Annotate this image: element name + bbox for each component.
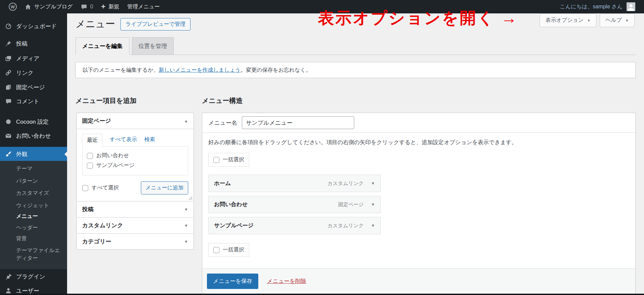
sidebar-item-media[interactable]: メディア: [0, 51, 67, 66]
bulk-select-checkbox[interactable]: [213, 247, 219, 253]
sidebar-item-label: ダッシュボード: [16, 22, 57, 30]
wordpress-logo-icon: W: [9, 3, 17, 11]
menu-name-row: メニュー名: [202, 113, 635, 133]
sidebar-item-label: お問い合わせ: [16, 132, 51, 140]
wp-logo-link[interactable]: W: [5, 0, 21, 13]
menu-structure-body: 好みの順番に各項目をドラッグしてください。項目の右側の矢印をクリックすると、追加…: [202, 133, 635, 263]
page-checklist-item: サンプルページ: [83, 161, 188, 170]
sidebar-item-label: プラグイン: [16, 273, 45, 281]
tab-view-all[interactable]: すべて表示: [110, 136, 137, 143]
menu-item-sample-page[interactable]: サンプルページ カスタムリンク ▼: [208, 217, 381, 234]
submenu-item-background[interactable]: 背景: [0, 235, 67, 242]
select-all-checkbox[interactable]: [82, 185, 88, 191]
tab-manage-locations[interactable]: 位置を管理: [132, 37, 174, 55]
submenu-item-patterns[interactable]: パターン: [0, 177, 67, 185]
wp-logo-letter: W: [11, 4, 15, 9]
sidebar-item-comments[interactable]: コメント: [0, 94, 67, 109]
sidebar-item-links[interactable]: リンク: [0, 65, 67, 80]
tab-edit-menus[interactable]: メニューを編集: [75, 37, 129, 55]
submenu-label: テーマファイルエディター: [16, 247, 60, 261]
submenu-item-theme-file-editor[interactable]: テーマファイルエディター: [0, 246, 67, 262]
page-checkbox[interactable]: [87, 153, 93, 159]
submenu-item-header[interactable]: ヘッダー: [0, 224, 67, 231]
chevron-down-icon: ▼: [625, 18, 629, 22]
sidebar-item-label: コメント: [16, 98, 40, 105]
expand-item-arrow[interactable]: ▼: [371, 223, 375, 228]
screen-options-button[interactable]: 表示オプション ▼: [540, 13, 596, 27]
menu-name-input[interactable]: [242, 116, 354, 129]
menu-item-title: ホーム: [214, 180, 231, 187]
menu-item-type: カスタムリンク: [328, 180, 364, 187]
chevron-down-icon: ▼: [184, 239, 188, 244]
page-checkbox[interactable]: [87, 163, 93, 169]
chevron-down-icon: ▼: [184, 223, 188, 228]
comment-count: 0: [90, 4, 93, 10]
tab-search[interactable]: 検索: [144, 136, 155, 143]
plugin-icon: [5, 273, 12, 280]
submenu-label: 背景: [16, 236, 27, 241]
annotation-open-screen-options: 表示オプションを開く →: [318, 7, 518, 29]
submenu-item-themes[interactable]: テーマ: [0, 165, 67, 172]
sidebar-item-plugins[interactable]: プラグイン: [0, 269, 67, 284]
menu-item-home[interactable]: ホーム カスタムリンク ▼: [208, 175, 381, 192]
bulk-select-control: 一括選択: [208, 153, 249, 167]
select-all-label: すべて選択: [92, 184, 119, 191]
accordion-title: カテゴリー: [82, 238, 111, 245]
bulk-select-label: 一括選択: [223, 156, 244, 163]
tab-most-recent[interactable]: 最近: [82, 134, 102, 147]
site-name-label: サンプルブログ: [34, 3, 73, 10]
menu-items-list: ホーム カスタムリンク ▼ お問い合わせ 固定ページ ▼: [208, 175, 381, 234]
resize-handle[interactable]: [188, 195, 193, 200]
manage-menus-notice: 以下のメニューを編集するか、新しいメニューを作成しましょう。変更の保存をお忘れな…: [75, 62, 636, 78]
expand-item-arrow[interactable]: ▼: [371, 202, 375, 207]
admin-menu-label: 管理メニュー: [127, 3, 160, 10]
add-to-menu-button[interactable]: メニューに追加: [141, 181, 189, 194]
pages-filter-tabs: 最近 すべて表示 検索: [82, 134, 188, 146]
submenu-item-widgets[interactable]: ウィジェット: [0, 201, 67, 209]
sidebar-item-contact[interactable]: お問い合わせ: [0, 128, 67, 143]
help-button[interactable]: ヘルプ ▼: [600, 13, 635, 27]
accordion-section-pages[interactable]: 固定ページ ▲: [77, 113, 194, 129]
sidebar-item-dashboard[interactable]: ダッシュボード: [0, 19, 67, 34]
expand-item-arrow[interactable]: ▼: [371, 181, 375, 186]
sidebar-item-cocoon-settings[interactable]: Cocoon 設定: [0, 114, 67, 129]
accordion-section-categories[interactable]: カテゴリー ▼: [77, 233, 194, 249]
sidebar-item-pages[interactable]: 固定ページ: [0, 80, 67, 95]
submenu-item-customize[interactable]: カスタマイズ: [0, 189, 67, 197]
account-link[interactable]: こんにちは、sample さん: [556, 0, 639, 13]
pages-icon: [5, 84, 12, 91]
pages-checklist: お問い合わせ サンプルページ: [82, 146, 188, 175]
sidebar-item-posts[interactable]: 投稿: [0, 36, 67, 51]
sidebar-item-label: リンク: [16, 69, 34, 77]
pages-section-body: 最近 すべて表示 検索 お問い合わせ サンプルページ: [77, 129, 194, 201]
menu-actions-footer: メニューを保存 メニューを削除: [202, 268, 635, 294]
accordion-section-custom-links[interactable]: カスタムリンク ▼: [77, 217, 194, 233]
sidebar-item-users[interactable]: ユーザー: [0, 283, 67, 295]
create-menu-link[interactable]: 新しいメニューを作成しましょう: [159, 67, 240, 73]
save-menu-button[interactable]: メニューを保存: [207, 274, 258, 289]
admin-menu-bar-link[interactable]: 管理メニュー: [123, 0, 164, 13]
mail-icon: [5, 132, 12, 139]
home-icon: [25, 4, 31, 10]
screen-options-label: 表示オプション: [545, 17, 584, 24]
submenu-item-menus[interactable]: メニュー: [0, 212, 67, 220]
comment-icon: [5, 98, 12, 105]
help-label: ヘルプ: [605, 17, 622, 24]
sidebar-item-appearance[interactable]: 外観: [0, 147, 67, 161]
delete-menu-link[interactable]: メニューを削除: [267, 278, 306, 285]
media-icon: [5, 55, 12, 62]
plus-icon: +: [101, 3, 106, 10]
submenu-label: カスタマイズ: [16, 190, 49, 196]
comments-link[interactable]: 0: [77, 0, 97, 13]
accordion-section-posts[interactable]: 投稿 ▼: [77, 201, 194, 217]
bulk-select-label: 一括選択: [223, 246, 244, 253]
new-content-link[interactable]: + 新規: [97, 0, 123, 13]
bulk-select-control: 一括選択: [208, 243, 249, 257]
menu-item-contact[interactable]: お問い合わせ 固定ページ ▼: [208, 196, 381, 213]
submenu-label: ウィジェット: [16, 202, 49, 208]
live-preview-button[interactable]: ライブプレビューで管理: [120, 18, 191, 31]
wordpress-admin-menus-page: W サンプルブログ 0 + 新規 管理メニュー こんにちは、sample さん: [0, 0, 644, 295]
sidebar-item-label: 投稿: [16, 40, 28, 48]
site-name-link[interactable]: サンプルブログ: [21, 0, 77, 13]
bulk-select-checkbox[interactable]: [213, 157, 219, 163]
